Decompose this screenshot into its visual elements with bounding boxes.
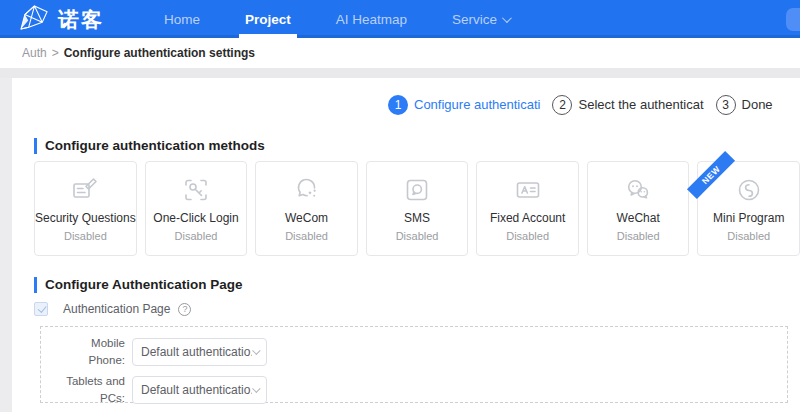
method-status: Disabled bbox=[506, 230, 549, 242]
nav-items: Home Project AI Heatmap Service bbox=[160, 0, 550, 38]
sms-icon bbox=[403, 175, 431, 205]
main-panel: 1 Configure authenticati 2 Select the au… bbox=[12, 78, 800, 412]
wechat-icon bbox=[624, 175, 652, 205]
step-1-label: Configure authenticati bbox=[414, 97, 540, 112]
method-card-sms[interactable]: SMS Disabled bbox=[366, 161, 469, 256]
nav-item-label: Service bbox=[452, 12, 497, 27]
nav-item-home[interactable]: Home bbox=[160, 0, 204, 38]
nav-item-label: Project bbox=[245, 12, 291, 27]
method-status: Disabled bbox=[617, 230, 660, 242]
page-title: Configure authentication settings bbox=[64, 46, 255, 60]
security-questions-icon bbox=[71, 175, 99, 205]
chevron-down-icon bbox=[252, 384, 260, 392]
scrollbar-thumb[interactable] bbox=[786, 8, 800, 31]
method-name: WeChat bbox=[617, 211, 660, 225]
new-badge: NEW bbox=[687, 151, 735, 199]
method-card-wecom[interactable]: WeCom Disabled bbox=[255, 161, 358, 256]
mini-program-icon bbox=[735, 175, 763, 205]
method-status: Disabled bbox=[727, 230, 770, 242]
section-title-methods: Configure authentication methods bbox=[34, 138, 800, 154]
logo-icon bbox=[18, 3, 51, 36]
auth-page-checkbox-row: Authentication Page ? bbox=[34, 302, 800, 316]
breadcrumb: Auth > Configure authentication settings bbox=[0, 38, 800, 68]
chevron-down-icon bbox=[252, 347, 260, 355]
method-status: Disabled bbox=[175, 230, 218, 242]
method-cards: Security Questions Disabled One-Click Lo… bbox=[34, 161, 800, 256]
step-3-number: 3 bbox=[716, 95, 736, 115]
method-card-fixed-account[interactable]: Fixed Account Disabled bbox=[476, 161, 579, 256]
brand[interactable]: 诺客 bbox=[18, 3, 136, 36]
one-click-login-icon bbox=[182, 175, 210, 205]
auth-page-checkbox[interactable] bbox=[34, 302, 48, 316]
divider-band bbox=[0, 68, 800, 78]
method-card-one-click-login[interactable]: One-Click Login Disabled bbox=[145, 161, 248, 256]
method-name: Fixed Account bbox=[490, 211, 565, 225]
nav-item-service[interactable]: Service bbox=[448, 0, 513, 38]
step-3-label: Done bbox=[742, 97, 773, 112]
form-row-tablets-pcs: Tablets and PCs: Default authenticatio..… bbox=[53, 373, 787, 408]
breadcrumb-parent[interactable]: Auth bbox=[22, 46, 47, 60]
method-name: Mini Program bbox=[713, 211, 784, 225]
chevron-down-icon bbox=[502, 13, 512, 23]
method-status: Disabled bbox=[285, 230, 328, 242]
nav-item-label: AI Heatmap bbox=[336, 12, 407, 27]
nav-item-label: Home bbox=[164, 12, 200, 27]
tablets-pcs-select[interactable]: Default authenticatio... bbox=[132, 376, 267, 404]
mobile-phone-select[interactable]: Default authenticatio... bbox=[132, 338, 267, 366]
tablets-pcs-label: Tablets and PCs: bbox=[53, 373, 125, 408]
select-value: Default authenticatio... bbox=[141, 383, 252, 397]
mobile-phone-label: Mobile Phone: bbox=[53, 335, 125, 370]
section-title-auth-page: Configure Authentication Page bbox=[34, 277, 800, 293]
method-card-wechat[interactable]: WeChat Disabled bbox=[587, 161, 690, 256]
breadcrumb-separator: > bbox=[52, 46, 59, 60]
method-status: Disabled bbox=[64, 230, 107, 242]
stepper: 1 Configure authenticati 2 Select the au… bbox=[388, 94, 800, 115]
method-name: SMS bbox=[404, 211, 430, 225]
method-name: Security Questions bbox=[35, 211, 136, 225]
fixed-account-icon bbox=[514, 175, 542, 205]
nav-item-ai-heatmap[interactable]: AI Heatmap bbox=[332, 0, 411, 38]
step-1: 1 Configure authenticati bbox=[388, 95, 540, 115]
form-row-mobile-phone: Mobile Phone: Default authenticatio... bbox=[53, 335, 787, 370]
method-name: WeCom bbox=[285, 211, 328, 225]
auth-page-settings-box: Mobile Phone: Default authenticatio... T… bbox=[40, 326, 788, 403]
step-3: 3 Done bbox=[716, 95, 773, 115]
brand-name: 诺客 bbox=[58, 9, 104, 30]
help-icon[interactable]: ? bbox=[178, 303, 191, 316]
top-navbar: 诺客 Home Project AI Heatmap Service bbox=[0, 0, 800, 38]
step-2-number: 2 bbox=[552, 95, 572, 115]
method-status: Disabled bbox=[396, 230, 439, 242]
select-value: Default authenticatio... bbox=[141, 345, 252, 359]
step-1-number: 1 bbox=[388, 95, 408, 115]
method-name: One-Click Login bbox=[153, 211, 238, 225]
step-2: 2 Select the authenticat bbox=[552, 95, 703, 115]
wecom-icon bbox=[293, 175, 321, 205]
auth-page-checkbox-label: Authentication Page bbox=[63, 302, 170, 316]
method-card-security-questions[interactable]: Security Questions Disabled bbox=[34, 161, 137, 256]
step-2-label: Select the authenticat bbox=[578, 97, 703, 112]
method-card-mini-program[interactable]: NEW Mini Program Disabled bbox=[697, 161, 800, 256]
nav-item-project[interactable]: Project bbox=[241, 0, 295, 38]
